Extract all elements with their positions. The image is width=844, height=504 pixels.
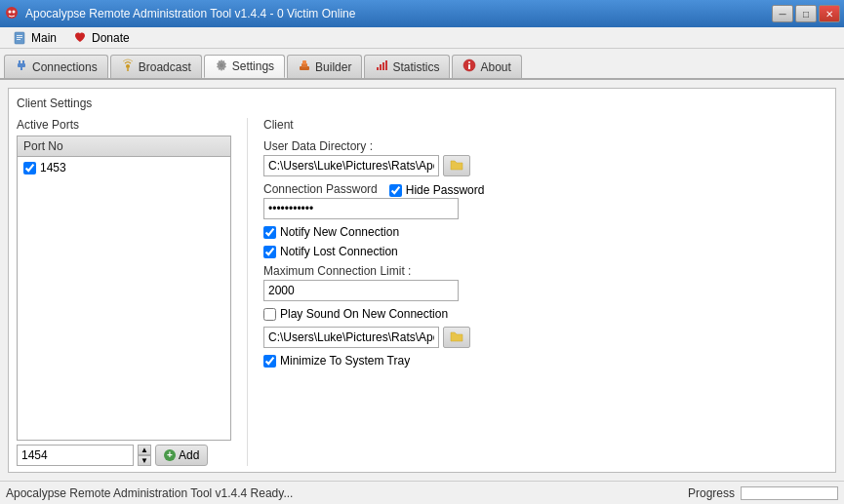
tab-broadcast-label: Broadcast [139,60,191,74]
plug-icon [15,58,28,75]
notify-new-connection-row: Notify New Connection [263,225,827,239]
tab-connections[interactable]: Connections [4,55,108,78]
play-sound-row: Play Sound On New Connection [263,307,827,321]
status-text: Apocalypse Remote Administration Tool v1… [6,486,688,500]
port-spinner-up[interactable]: ▲ [138,445,151,455]
tab-about-label: About [480,60,510,74]
folder-icon-2 [449,329,464,347]
sound-path-input[interactable] [263,327,439,348]
max-connection-limit-input[interactable] [263,280,459,301]
ports-table-body: 1453 [18,157,230,178]
browse-user-data-dir-button[interactable] [443,155,470,176]
svg-rect-17 [302,60,306,64]
svg-rect-18 [377,67,379,70]
svg-rect-6 [17,39,20,40]
about-icon [462,58,476,75]
tab-about[interactable]: About [452,55,521,78]
menu-main-label: Main [31,31,57,45]
menu-bar: Main Donate [0,27,844,49]
notify-new-connection-checkbox[interactable] [263,226,276,239]
active-ports-label: Active Ports [17,118,231,132]
progress-label: Progress [688,486,735,500]
hide-password-checkbox[interactable] [389,184,402,197]
password-input[interactable] [263,198,459,219]
tab-builder[interactable]: Builder [287,55,362,78]
sound-path-row [263,327,827,348]
tab-statistics[interactable]: Statistics [364,55,450,78]
svg-point-23 [468,61,470,63]
tab-builder-label: Builder [315,60,351,74]
heart-icon [72,30,88,46]
notify-lost-connection-row: Notify Lost Connection [263,245,827,258]
port-checkbox[interactable] [23,162,36,174]
tab-settings[interactable]: Settings [204,55,285,78]
title-bar: Apocalypse Remote Administration Tool v1… [0,0,844,27]
svg-point-14 [220,63,223,67]
port-no-column-header: Port No [23,139,63,153]
progress-bar [741,486,838,500]
svg-rect-24 [468,64,470,69]
connection-password-label: Connection Password [263,182,378,196]
panel-title: Client Settings [17,97,827,110]
port-spinner: ▲ ▼ [138,445,151,466]
svg-rect-21 [385,60,387,70]
add-port-button[interactable]: + Add [155,445,208,466]
main-content: Client Settings Active Ports Port No 145… [0,80,844,481]
add-icon: + [164,449,176,461]
svg-rect-9 [18,63,25,67]
minimize-tray-row: Minimize To System Tray [263,354,827,368]
menu-item-main[interactable]: Main [4,28,64,48]
user-data-dir-input[interactable] [263,155,439,176]
notify-new-connection-label: Notify New Connection [280,225,399,239]
notify-lost-connection-checkbox[interactable] [263,246,276,258]
svg-point-2 [13,11,16,14]
user-data-dir-label: User Data Directory : [263,139,827,153]
close-button[interactable]: ✕ [819,5,840,22]
port-spinner-down[interactable]: ▼ [138,455,151,466]
status-bar: Apocalypse Remote Administration Tool v1… [0,481,844,504]
new-port-input[interactable] [17,445,134,466]
settings-panel: Client Settings Active Ports Port No 145… [8,88,836,473]
section-divider [247,118,248,466]
max-connection-limit-label: Maximum Connection Limit : [263,264,827,278]
tab-broadcast[interactable]: Broadcast [110,55,202,78]
add-button-label: Add [179,448,199,462]
svg-rect-5 [17,37,22,38]
tab-settings-label: Settings [232,59,274,73]
ports-table: Port No 1453 [17,136,231,441]
svg-point-11 [126,64,130,68]
browse-sound-button[interactable] [443,327,470,348]
hide-password-label: Hide Password [406,183,485,197]
svg-rect-19 [380,64,382,70]
tab-bar: Connections Broadcast Settings [0,49,844,80]
svg-rect-10 [20,67,22,70]
client-section-title: Client [263,118,827,132]
ports-section: Active Ports Port No 1453 ▲ [17,118,231,466]
minimize-button[interactable]: ─ [772,5,793,22]
play-sound-label: Play Sound On New Connection [280,307,448,321]
menu-item-donate[interactable]: Donate [64,28,138,48]
play-sound-checkbox[interactable] [263,308,276,321]
chart-icon [375,58,388,75]
minimize-tray-checkbox[interactable] [263,355,276,368]
builder-icon [298,58,311,75]
page-icon [12,30,27,46]
tab-connections-label: Connections [32,60,98,74]
window-title: Apocalypse Remote Administration Tool v1… [25,7,355,20]
status-progress-area: Progress [688,486,838,500]
svg-point-1 [9,11,12,14]
svg-rect-20 [382,62,384,70]
ports-table-header: Port No [18,136,230,157]
notify-lost-connection-label: Notify Lost Connection [280,245,398,258]
maximize-button[interactable]: □ [795,5,817,22]
port-value: 1453 [40,161,66,174]
svg-rect-4 [17,35,22,36]
app-icon [4,6,20,21]
client-section: Client User Data Directory : [263,118,827,466]
gear-icon [215,58,228,75]
port-input-row: ▲ ▼ + Add [17,445,231,466]
table-row: 1453 [20,159,228,176]
tab-statistics-label: Statistics [392,60,439,74]
menu-donate-label: Donate [92,31,130,45]
folder-icon [449,157,464,175]
